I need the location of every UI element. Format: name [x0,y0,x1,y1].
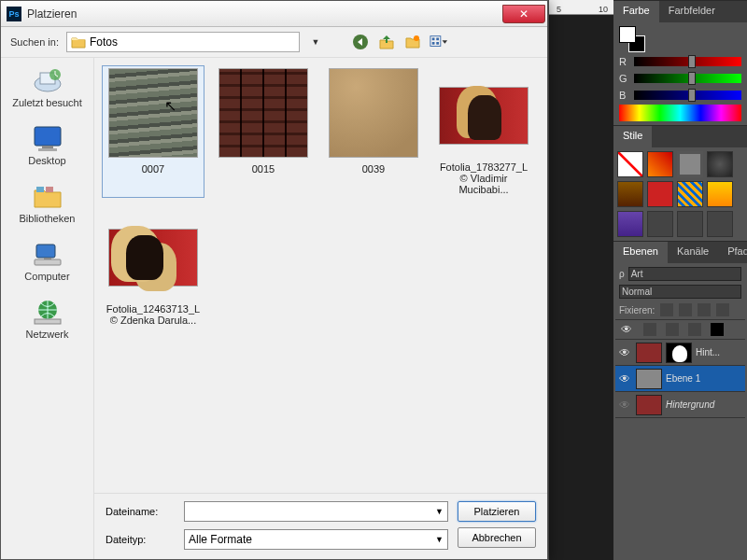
style-swatch[interactable] [707,151,733,177]
file-item[interactable]: 0007 [102,65,204,198]
layer-row[interactable]: 👁 Ebene 1 [615,366,745,392]
spectrum-picker[interactable] [619,105,741,121]
search-in-label: Suchen in: [10,36,59,48]
dropdown-arrow-icon[interactable]: ▼ [307,32,324,52]
filename-label: Dateiname: [106,506,176,517]
layer-list: 👁 Hint... 👁 Ebene 1 👁 Hintergrund [615,340,745,418]
tab-ebenen[interactable]: Ebenen [613,242,668,263]
filter-pixel-icon[interactable] [643,323,656,336]
svg-rect-5 [432,42,435,45]
back-icon[interactable] [350,32,371,52]
svg-rect-6 [436,42,439,45]
sidebar-item-recent[interactable]: Zuletzt besucht [6,63,90,110]
visibility-icon[interactable]: 👁 [617,399,632,412]
layer-thumbnail[interactable] [636,369,662,389]
titlebar[interactable]: Ps Platzieren ✕ [1,1,547,27]
svg-rect-3 [432,37,435,40]
svg-rect-17 [44,258,51,259]
file-grid: 000700150039Fotolia_1783277_L © Vladimir… [94,58,547,493]
style-swatch[interactable] [617,181,643,207]
style-swatch[interactable] [647,211,673,237]
sidebar-item-label: Zuletzt besucht [12,97,82,108]
file-thumbnail [108,229,198,287]
file-thumbnail [439,87,529,145]
svg-rect-15 [36,245,55,258]
b-slider[interactable] [634,91,741,100]
style-swatch[interactable] [617,211,643,237]
file-thumbnail [218,68,308,158]
svg-rect-2 [430,36,441,47]
layer-filter-select[interactable]: Art [628,267,741,281]
lock-position-icon[interactable] [698,303,711,316]
style-none[interactable] [617,151,643,177]
svg-rect-19 [35,319,61,324]
lock-transparent-icon[interactable] [660,303,673,316]
visibility-icon[interactable]: 👁 [617,372,632,385]
up-icon[interactable] [376,32,397,52]
layer-thumbnail[interactable] [636,395,662,415]
folder-icon [71,35,86,49]
svg-point-1 [414,35,419,41]
file-item[interactable]: 0015 [212,65,315,198]
tab-farbe[interactable]: Farbe [613,1,659,22]
filetype-select[interactable]: Alle Formate▼ [184,529,448,550]
svg-rect-11 [42,146,53,148]
close-icon: ✕ [519,7,529,21]
view-menu-icon[interactable] [429,32,449,52]
close-button[interactable]: ✕ [502,5,545,23]
eye-icon: 👁 [619,323,634,336]
file-item[interactable]: 0039 [322,65,425,198]
lock-all-icon[interactable] [716,303,729,316]
style-swatch[interactable] [677,211,703,237]
places-sidebar: Zuletzt besucht Desktop Bibliotheken Com… [1,58,94,559]
sidebar-item-libraries[interactable]: Bibliotheken [6,179,90,226]
filter-adjust-icon[interactable] [666,323,679,336]
folder-dropdown[interactable]: Fotos [66,32,300,52]
filetype-label: Dateityp: [106,534,176,545]
layer-row[interactable]: 👁 Hintergrund [615,392,745,418]
filename-input[interactable]: ▼ [184,501,448,522]
channel-b-label: B [619,90,628,101]
style-swatch[interactable] [677,181,703,207]
place-button[interactable]: Platzieren [458,501,536,522]
style-swatch[interactable] [677,151,703,177]
blend-mode-select[interactable]: Normal [619,285,741,299]
style-swatch[interactable] [647,181,673,207]
layer-mask-thumbnail[interactable] [666,343,692,363]
layer-name[interactable]: Hintergrund [666,399,743,410]
tab-stile[interactable]: Stile [613,126,652,147]
foreground-background-swatch[interactable] [619,26,645,52]
style-swatch[interactable] [707,181,733,207]
style-swatch[interactable] [647,151,673,177]
svg-rect-10 [35,127,61,146]
cancel-button[interactable]: Abbrechen [458,527,536,548]
sidebar-item-label: Computer [24,271,69,282]
sidebar-item-computer[interactable]: Computer [6,237,90,284]
sidebar-item-desktop[interactable]: Desktop [6,121,90,168]
tab-farbfelder[interactable]: Farbfelder [659,1,725,22]
new-folder-icon[interactable] [402,32,423,52]
styles-grid [613,147,747,241]
tab-pfade[interactable]: Pfade [718,242,747,263]
svg-rect-16 [35,259,61,265]
file-item[interactable]: Fotolia_12463713_L © Zdenka Darula... [102,207,204,329]
tab-kanaele[interactable]: Kanäle [668,242,718,263]
g-slider[interactable] [634,74,741,83]
layer-row[interactable]: 👁 Hint... [615,340,745,366]
style-swatch[interactable] [707,211,733,237]
layer-thumbnail[interactable] [636,343,662,363]
sidebar-item-network[interactable]: Netzwerk [6,295,90,342]
lock-pixels-icon[interactable] [679,303,692,316]
visibility-icon[interactable]: 👁 [617,346,632,359]
r-slider[interactable] [634,57,741,66]
svg-rect-13 [36,187,44,192]
file-thumbnail [329,68,418,158]
filter-shape-icon[interactable] [711,323,724,336]
file-item[interactable]: Fotolia_1783277_L © Vladimir Mucibabi... [432,65,535,198]
filter-type-icon[interactable] [688,323,701,336]
layer-name[interactable]: Hint... [696,347,743,357]
color-panel-tabs: Farbe Farbfelder [613,0,747,22]
layer-name[interactable]: Ebene 1 [666,373,743,384]
svg-rect-12 [38,148,57,151]
lock-label: Fixieren: [619,305,655,315]
